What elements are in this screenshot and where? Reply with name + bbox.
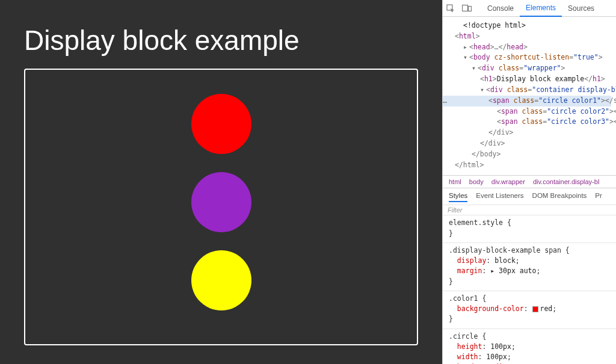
dom-line[interactable]: </html> [455, 160, 611, 171]
dom-line[interactable]: </div> [455, 138, 611, 149]
inspect-icon[interactable] [446, 4, 455, 13]
dom-line[interactable]: <span class="circle color2"></spar [455, 106, 611, 117]
svg-rect-1 [463, 5, 468, 11]
dom-tree[interactable]: <!doctype html> <html> ▸<head>…</head> ▾… [443, 17, 616, 175]
crumb-container[interactable]: div.container.display-bl [533, 178, 599, 185]
styles-subtabs: Styles Event Listeners DOM Breakpoints P… [443, 188, 616, 205]
dom-line[interactable]: <html> [455, 31, 611, 42]
devtools-toolbar: Console Elements Sources [443, 0, 616, 17]
crumb-html[interactable]: html [449, 178, 461, 185]
crumb-body[interactable]: body [469, 178, 484, 185]
dom-line[interactable]: </body> [455, 149, 611, 160]
app-root: Display block example Console Elements S… [0, 0, 616, 364]
styles-filter[interactable]: Filter [443, 205, 616, 215]
dom-line[interactable]: ▾<body cz-shortcut-listen="true"> [455, 52, 611, 63]
tab-sources[interactable]: Sources [562, 1, 600, 16]
rendered-page: Display block example [0, 0, 442, 364]
circle-container [24, 69, 418, 345]
styles-panel: element.style { } .display-block-example… [443, 215, 616, 364]
subtab-listeners[interactable]: Event Listeners [476, 192, 523, 202]
rule-color1[interactable]: .color1 { background-color: red; } [443, 291, 616, 329]
color-swatch-icon[interactable] [532, 306, 538, 312]
dom-line[interactable]: </div> [455, 128, 611, 138]
breadcrumb[interactable]: html body div.wrapper div.container.disp… [443, 175, 616, 188]
dom-line[interactable]: <span class="circle color3"></spar [455, 117, 611, 128]
tab-console[interactable]: Console [481, 1, 520, 16]
circle-red [191, 94, 251, 154]
dom-line[interactable]: ▸<head>…</head> [455, 42, 611, 53]
page-title: Display block example [24, 24, 418, 57]
svg-rect-2 [469, 6, 472, 11]
dom-line[interactable]: ▾<div class="container display-block- [455, 85, 611, 96]
tab-elements[interactable]: Elements [520, 0, 562, 17]
circle-purple [191, 172, 251, 232]
rule-display-block[interactable]: .display-block-example span { display: b… [443, 243, 616, 291]
devtools-tabs: Console Elements Sources [481, 0, 600, 17]
rule-element-style[interactable]: element.style { } [443, 215, 616, 243]
dom-line-selected[interactable]: …<span class="circle color1"></spar [443, 96, 611, 106]
device-icon[interactable] [462, 4, 472, 13]
dom-line[interactable]: ▾<div class="wrapper"> [455, 63, 611, 74]
subtab-dom-breakpoints[interactable]: DOM Breakpoints [532, 192, 587, 202]
dom-line[interactable]: <h1>Display block example</h1> [455, 74, 611, 85]
subtab-styles[interactable]: Styles [449, 192, 467, 202]
dom-line[interactable]: <!doctype html> [455, 20, 611, 31]
rule-circle[interactable]: .circle { height: 100px; width: 100px; b… [443, 329, 616, 364]
crumb-wrapper[interactable]: div.wrapper [491, 178, 525, 185]
devtools-panel: Console Elements Sources <!doctype html>… [442, 0, 616, 364]
subtab-properties[interactable]: Pr [595, 192, 602, 202]
circle-yellow [191, 250, 251, 310]
